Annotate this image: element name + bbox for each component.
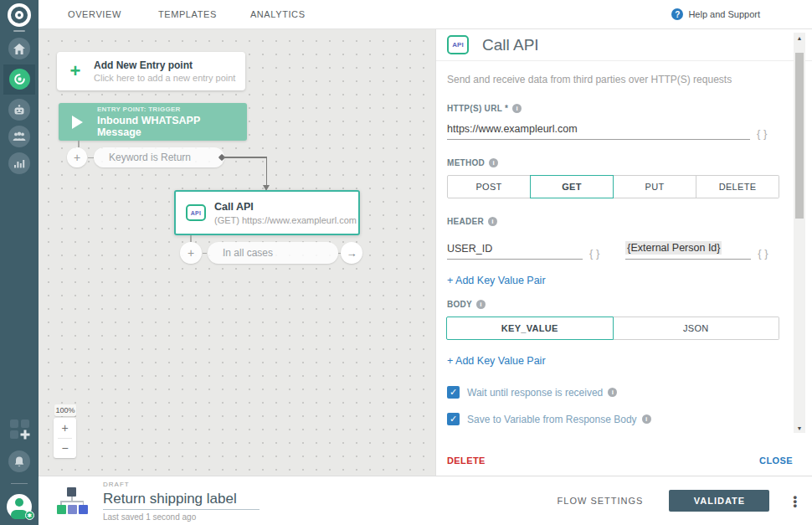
zoom-out-button[interactable]: − bbox=[54, 439, 76, 459]
plus-icon: + bbox=[57, 62, 94, 80]
validate-button[interactable]: VALIDATE bbox=[669, 490, 769, 512]
body-keyvalue-button-selected[interactable]: KEY_VALUE bbox=[446, 317, 614, 340]
add-branch-button[interactable]: + bbox=[180, 242, 202, 264]
checkbox-checked-icon[interactable]: ✓ bbox=[447, 413, 460, 425]
scroll-up-arrow[interactable]: ▲ bbox=[794, 33, 805, 43]
method-label: METHOD bbox=[447, 158, 485, 167]
communications-module-icon[interactable] bbox=[9, 69, 30, 90]
scroll-down-arrow[interactable]: ▼ bbox=[794, 423, 805, 433]
method-label-row: METHOD i bbox=[447, 158, 775, 167]
arrow-right-icon: → bbox=[347, 247, 357, 260]
add-body-pair-link[interactable]: + Add Key Value Pair bbox=[447, 355, 546, 367]
header-label-row: HEADER i bbox=[447, 217, 775, 226]
delete-button[interactable]: DELETE bbox=[447, 456, 486, 466]
avatar-person-icon bbox=[15, 498, 23, 507]
notifications-bell-icon[interactable] bbox=[8, 450, 30, 472]
trigger-kicker: ENTRY POINT: TRIGGER bbox=[97, 106, 247, 113]
insert-variable-button[interactable]: { } bbox=[589, 247, 599, 260]
entry-card-title: Add New Entry point bbox=[94, 59, 235, 71]
method-put-button[interactable]: PUT bbox=[614, 175, 696, 198]
go-to-next-step-button[interactable]: → bbox=[341, 242, 362, 264]
sidebar: ✱ bbox=[0, 0, 39, 525]
connector-line bbox=[78, 141, 80, 147]
save-variable-checkbox-row[interactable]: ✓ Save to Variable from Response Body i bbox=[447, 413, 775, 425]
url-label-row: HTTP(S) URL * i bbox=[447, 104, 775, 113]
flow-settings-button[interactable]: FLOW SETTINGS bbox=[558, 496, 644, 506]
url-input-row: { } bbox=[447, 121, 775, 140]
insert-variable-button[interactable]: { } bbox=[758, 247, 768, 260]
help-label: Help and Support bbox=[688, 9, 760, 19]
connector-line bbox=[190, 235, 192, 242]
trigger-title: Inbound WHATSAPP Message bbox=[97, 115, 247, 138]
method-button-group: POST GET PUT DELETE bbox=[447, 175, 779, 198]
checkbox-checked-icon[interactable]: ✓ bbox=[447, 386, 460, 399]
header-key-value-row: { } {External Person Id} { } bbox=[447, 238, 775, 260]
method-post-button[interactable]: POST bbox=[447, 175, 531, 198]
connector-elbow-v bbox=[266, 157, 268, 186]
info-icon[interactable]: i bbox=[512, 104, 522, 113]
call-api-node-selected[interactable]: API Call API (GET) https://www.exampleur… bbox=[174, 190, 360, 235]
body-label-row: BODY i bbox=[447, 300, 775, 309]
info-icon[interactable]: i bbox=[488, 217, 497, 226]
bottom-bar: DRAFT Last saved 1 second ago FLOW SETTI… bbox=[39, 476, 812, 525]
add-header-pair-link[interactable]: + Add Key Value Pair bbox=[447, 275, 546, 286]
header-key-input[interactable] bbox=[447, 241, 583, 260]
zoom-level-badge: 100% bbox=[54, 404, 76, 416]
add-entry-point-card[interactable]: + Add New Entry point Click here to add … bbox=[57, 52, 245, 90]
api-chip-icon: API bbox=[447, 35, 469, 54]
trigger-node[interactable]: ENTRY POINT: TRIGGER Inbound WHATSAPP Me… bbox=[59, 103, 247, 141]
api-node-title: Call API bbox=[214, 201, 357, 213]
info-icon[interactable]: i bbox=[642, 414, 651, 424]
help-question-icon: ? bbox=[671, 8, 683, 20]
avatar-gear-icon: ✱ bbox=[25, 511, 34, 520]
last-saved-text: Last saved 1 second ago bbox=[103, 512, 260, 522]
body-type-toggle: KEY_VALUE JSON bbox=[447, 317, 779, 340]
flow-builder-app: ✱ OVERVIEW TEMPLATES ANALYTICS ? Help an… bbox=[0, 0, 812, 525]
close-button[interactable]: CLOSE bbox=[759, 456, 793, 466]
analytics-bars-icon[interactable] bbox=[8, 152, 30, 174]
method-delete-button[interactable]: DELETE bbox=[696, 175, 779, 198]
info-icon[interactable]: i bbox=[489, 158, 498, 167]
body-json-button[interactable]: JSON bbox=[614, 317, 780, 340]
all-cases-pill[interactable]: In all cases bbox=[208, 242, 338, 264]
keyword-condition-pill[interactable]: Keyword is Return bbox=[94, 147, 224, 167]
entry-card-subtitle: Click here to add a new entry point bbox=[94, 73, 235, 83]
panel-scrollbar[interactable]: ▲ ▼ bbox=[794, 33, 805, 433]
info-icon[interactable]: i bbox=[608, 388, 617, 397]
tab-overview[interactable]: OVERVIEW bbox=[68, 9, 121, 19]
people-icon[interactable] bbox=[8, 126, 30, 147]
logo-divider bbox=[13, 30, 25, 32]
zoom-controls: + − bbox=[54, 418, 76, 458]
body-label: BODY bbox=[447, 300, 472, 309]
cases-pill-label: In all cases bbox=[223, 247, 273, 259]
method-get-button-selected[interactable]: GET bbox=[530, 175, 614, 198]
brand-logo-icon[interactable] bbox=[8, 3, 31, 27]
add-branch-button[interactable]: + bbox=[67, 147, 87, 167]
play-icon bbox=[59, 116, 97, 129]
scrollbar-thumb[interactable] bbox=[795, 53, 804, 219]
header-value-field[interactable]: {External Person Id} bbox=[625, 238, 751, 260]
connector-elbow-h bbox=[224, 157, 267, 158]
flow-canvas[interactable]: + Add New Entry point Click here to add … bbox=[39, 29, 435, 476]
help-and-support-link[interactable]: ? Help and Support bbox=[671, 8, 760, 20]
flow-name-input[interactable] bbox=[103, 490, 260, 510]
info-icon[interactable]: i bbox=[476, 300, 486, 309]
top-navigation: OVERVIEW TEMPLATES ANALYTICS ? Help and … bbox=[39, 0, 812, 29]
apps-grid-icon[interactable] bbox=[9, 419, 31, 440]
wait-response-checkbox-row[interactable]: ✓ Wait until response is received i bbox=[447, 386, 775, 399]
tab-templates[interactable]: TEMPLATES bbox=[158, 9, 217, 19]
api-node-subtitle: (GET) https://www.exampleurl.com bbox=[214, 215, 357, 225]
insert-variable-button[interactable]: { } bbox=[757, 127, 767, 140]
url-input[interactable] bbox=[447, 121, 750, 140]
connector-dash bbox=[203, 253, 207, 254]
more-options-menu-icon[interactable]: ••• bbox=[793, 495, 797, 507]
draft-status-badge: DRAFT bbox=[103, 481, 260, 488]
chatbot-icon[interactable] bbox=[8, 99, 30, 121]
user-avatar[interactable]: ✱ bbox=[7, 494, 32, 519]
variable-token[interactable]: {External Person Id} bbox=[625, 241, 722, 255]
api-chip-icon: API bbox=[186, 204, 206, 221]
zoom-in-button[interactable]: + bbox=[54, 418, 76, 438]
panel-footer: DELETE CLOSE bbox=[447, 456, 793, 466]
home-icon[interactable] bbox=[8, 38, 30, 59]
tab-analytics[interactable]: ANALYTICS bbox=[250, 9, 306, 19]
